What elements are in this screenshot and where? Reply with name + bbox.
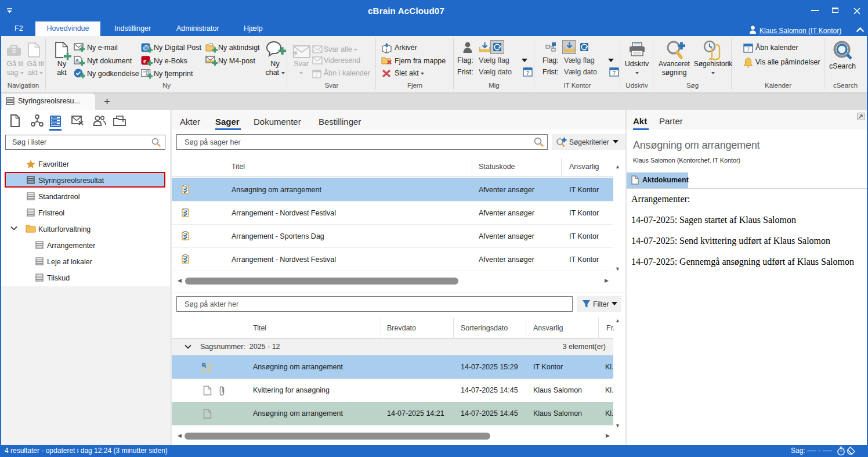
svg-text:7: 7 xyxy=(315,73,318,78)
svg-text:e: e xyxy=(143,57,147,65)
svg-text:7: 7 xyxy=(613,70,616,76)
svg-text:7: 7 xyxy=(526,70,529,76)
svg-text:A: A xyxy=(75,57,79,63)
svg-text:7: 7 xyxy=(747,46,750,52)
